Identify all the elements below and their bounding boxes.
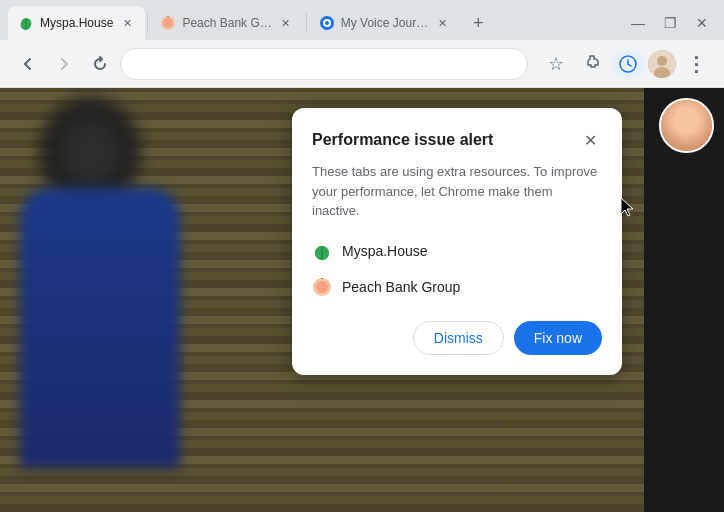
tab-myvoice-close[interactable]: ✕ [434,15,450,31]
menu-button[interactable]: ⋮ [680,48,712,80]
svg-point-4 [163,18,173,28]
tab-myspa-favicon [18,15,34,31]
tab-peachbank-title: Peach Bank G… [182,16,271,30]
popup-myspa-favicon [312,241,332,261]
toolbar: ☆ [0,40,724,88]
right-panel-avatar [659,98,714,153]
dismiss-button[interactable]: Dismiss [413,321,504,355]
tab-myvoice-favicon [319,15,335,31]
profile-avatar-image [648,50,676,78]
bookmark-button[interactable]: ☆ [540,48,572,80]
popup-close-button[interactable]: ✕ [578,128,602,152]
fix-now-button[interactable]: Fix now [514,321,602,355]
add-tab-button[interactable]: + [464,9,492,37]
forward-button[interactable] [48,48,80,80]
svg-point-11 [657,56,667,66]
popup-actions: Dismiss Fix now [312,321,602,355]
svg-point-8 [325,21,329,25]
tab-myspa[interactable]: Myspa.House ✕ [8,6,145,40]
tab-myspa-close[interactable]: ✕ [119,15,135,31]
minimize-button[interactable]: — [624,9,652,37]
right-panel [644,88,724,512]
popup-header: Performance issue alert ✕ [312,128,602,152]
popup-myspa-name: Myspa.House [342,243,428,259]
tab-bar: Myspa.House ✕ Peach Bank G… ✕ [0,0,724,40]
tab-separator-2 [306,13,307,33]
performance-button[interactable] [612,48,644,80]
browser-chrome: Myspa.House ✕ Peach Bank G… ✕ [0,0,724,88]
right-avatar-face [661,100,712,151]
tab-separator-1 [147,13,148,33]
extension-button[interactable] [576,48,608,80]
person-body [20,188,180,468]
tab-myvoice[interactable]: My Voice Jour… ✕ [309,6,460,40]
tab-myspa-title: Myspa.House [40,16,113,30]
popup-tab-item-peachbank: Peach Bank Group [312,273,602,301]
back-button[interactable] [12,48,44,80]
popup-title: Performance issue alert [312,131,493,149]
tab-peachbank-favicon [160,15,176,31]
popup-tabs-list: Myspa.House Peach Bank Group [312,237,602,301]
window-controls: — ❐ ✕ [624,9,716,37]
tab-peachbank[interactable]: Peach Bank G… ✕ [150,6,303,40]
page-content: Performance issue alert ✕ These tabs are… [0,88,724,512]
refresh-button[interactable] [84,48,116,80]
performance-alert-popup: Performance issue alert ✕ These tabs are… [292,108,622,375]
profile-avatar[interactable] [648,50,676,78]
popup-description: These tabs are using extra resources. To… [312,162,602,221]
popup-tab-item-myspa: Myspa.House [312,237,602,265]
popup-peachbank-favicon [312,277,332,297]
toolbar-actions: ☆ [540,48,712,80]
close-window-button[interactable]: ✕ [688,9,716,37]
tab-myvoice-title: My Voice Jour… [341,16,428,30]
address-bar[interactable] [120,48,528,80]
svg-point-17 [316,281,328,293]
popup-peachbank-name: Peach Bank Group [342,279,460,295]
tab-peachbank-close[interactable]: ✕ [278,15,294,31]
maximize-button[interactable]: ❐ [656,9,684,37]
